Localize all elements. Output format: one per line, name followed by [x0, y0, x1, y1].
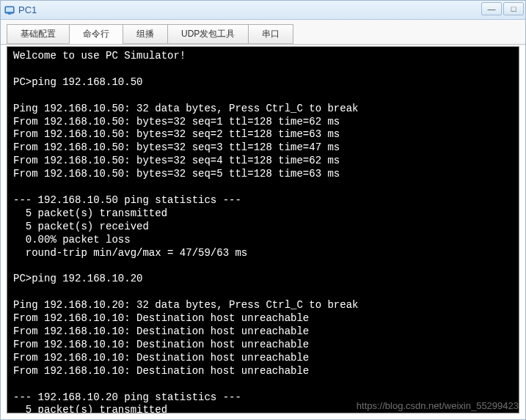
- terminal-line: From 192.168.10.10: Destination host unr…: [13, 352, 513, 365]
- terminal-line: --- 192.168.10.50 ping statistics ---: [13, 194, 513, 207]
- terminal-line: [13, 181, 513, 194]
- tab-udp-packet[interactable]: UDP发包工具: [167, 24, 249, 44]
- terminal-line: round-trip min/avg/max = 47/59/63 ms: [13, 247, 513, 260]
- terminal-line: [13, 89, 513, 103]
- window-controls: — □: [481, 2, 524, 15]
- window-title: PC1: [18, 4, 37, 15]
- tab-basic-config[interactable]: 基础配置: [7, 24, 70, 44]
- terminal-line: [13, 63, 513, 76]
- tab-serial[interactable]: 串口: [248, 24, 293, 44]
- terminal-line: PC>ping 192.168.10.20: [13, 273, 513, 286]
- titlebar[interactable]: PC1 — □: [1, 1, 525, 20]
- minimize-button[interactable]: —: [481, 2, 502, 15]
- terminal-line: From 192.168.10.50: bytes=32 seq=1 ttl=1…: [13, 116, 513, 129]
- terminal-line: 0.00% packet loss: [13, 234, 513, 247]
- terminal-line: From 192.168.10.50: bytes=32 seq=3 ttl=1…: [13, 141, 513, 155]
- terminal-line: 5 packet(s) transmitted: [13, 404, 513, 413]
- terminal-line: 5 packet(s) received: [13, 221, 513, 234]
- tab-command-line[interactable]: 命令行: [69, 24, 123, 44]
- terminal-line: From 192.168.10.10: Destination host unr…: [13, 339, 513, 352]
- terminal-line: Ping 192.168.10.50: 32 data bytes, Press…: [13, 103, 513, 116]
- terminal-line: From 192.168.10.50: bytes=32 seq=5 ttl=1…: [13, 168, 513, 181]
- terminal-line: [13, 260, 513, 273]
- terminal-line: PC>ping 192.168.10.50: [13, 76, 513, 89]
- app-window: PC1 — □ 基础配置 命令行 组播 UDP发包工具 串口 Welcome t…: [0, 0, 526, 420]
- tab-multicast[interactable]: 组播: [123, 24, 168, 44]
- app-icon: [4, 4, 15, 16]
- terminal-line: Welcome to use PC Simulator!: [13, 50, 513, 63]
- maximize-button[interactable]: □: [503, 2, 524, 15]
- terminal-line: From 192.168.10.10: Destination host unr…: [13, 365, 513, 378]
- terminal-line: From 192.168.10.10: Destination host unr…: [13, 312, 513, 325]
- terminal-line: --- 192.168.10.20 ping statistics ---: [13, 391, 513, 405]
- terminal-output[interactable]: Welcome to use PC Simulator! PC>ping 192…: [7, 46, 519, 413]
- terminal-line: Ping 192.168.10.20: 32 data bytes, Press…: [13, 299, 513, 312]
- terminal-line: From 192.168.10.50: bytes=32 seq=4 ttl=1…: [13, 155, 513, 168]
- terminal-line: [13, 378, 513, 391]
- terminal-line: From 192.168.10.10: Destination host unr…: [13, 325, 513, 339]
- terminal-line: From 192.168.10.50: bytes=32 seq=2 ttl=1…: [13, 128, 513, 141]
- terminal-line: 5 packet(s) transmitted: [13, 207, 513, 221]
- terminal-line: [13, 286, 513, 299]
- svg-rect-1: [6, 7, 13, 12]
- tab-bar: 基础配置 命令行 组播 UDP发包工具 串口: [1, 20, 525, 45]
- svg-rect-2: [8, 13, 11, 15]
